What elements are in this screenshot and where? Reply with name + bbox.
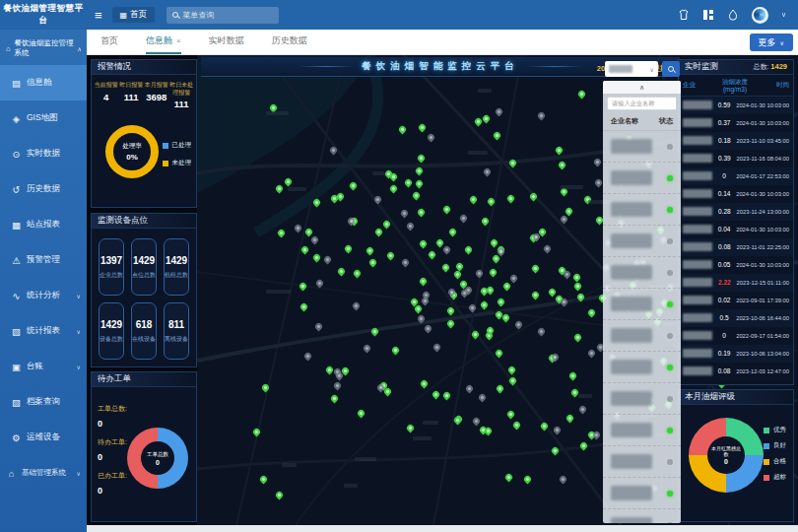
company-list-item[interactable]	[603, 163, 681, 194]
company-list-item[interactable]	[603, 415, 681, 446]
alarm-panel-title: 报警情况	[92, 60, 196, 75]
more-button[interactable]: 更多∨	[750, 33, 793, 51]
realtime-row[interactable]: 2.222023-12-15 01:11:00	[679, 274, 793, 292]
status-dot-offline	[667, 238, 673, 244]
map-icon: ◈	[11, 113, 22, 124]
sidebar-item-9[interactable]: ▨档案查询	[0, 384, 87, 420]
map-street-label	[266, 111, 289, 115]
realtime-row[interactable]: 0.372024-01-30 10:03:00	[679, 114, 793, 132]
realtime-row[interactable]: 0.082023-12-03 12:47:00	[679, 363, 793, 380]
realtime-row[interactable]: 0.052024-01-30 10:03:00	[679, 256, 793, 274]
sidebar-item-1[interactable]: ◈GIS地图	[0, 100, 87, 136]
realtime-row[interactable]: 0.392023-11-16 08:04:00	[679, 150, 793, 167]
status-dot-offline	[667, 270, 673, 276]
density-value: 0.14	[712, 190, 736, 197]
tab-2[interactable]: 实时数据	[209, 30, 244, 54]
tab-1[interactable]: 信息舱×	[146, 30, 181, 54]
system-icon: ⌂	[6, 468, 17, 479]
map-search-button[interactable]	[662, 61, 680, 77]
workorder-donut-chart: 工单总数 0	[127, 428, 188, 489]
theme-icon[interactable]	[678, 9, 690, 21]
chevron-down-icon[interactable]: ∨	[781, 11, 786, 19]
realtime-row[interactable]: 0.52023-10-06 16:44:00	[679, 309, 793, 327]
home-chip[interactable]: ▦ 首页	[112, 7, 156, 23]
company-name-redacted	[683, 154, 712, 163]
rating-donut-chart: 本月红黑榜总数 0	[689, 418, 764, 493]
realtime-row[interactable]: 0.142024-01-30 10:03:00	[679, 185, 793, 203]
company-name-redacted	[683, 207, 712, 216]
history-icon: ↺	[11, 184, 22, 195]
company-name-redacted	[683, 296, 712, 304]
sidebar-item-0[interactable]: ▤信息舱	[0, 65, 87, 100]
company-list-item[interactable]	[603, 383, 681, 415]
home-icon: ⌂	[6, 44, 11, 53]
density-value: 0.02	[712, 297, 736, 303]
close-icon[interactable]: ×	[176, 36, 181, 45]
layout-icon[interactable]	[702, 9, 714, 21]
realtime-row[interactable]: 02024-01-17 22:53:00	[679, 167, 793, 185]
timestamp: 2023-10-06 16:44:00	[736, 315, 789, 321]
dropdown-rows	[603, 131, 681, 523]
chevron-down-icon: ∨	[77, 293, 87, 299]
sidebar-item-4[interactable]: ▦站点报表	[0, 207, 87, 242]
timestamp: 2023-12-03 12:47:00	[736, 368, 789, 374]
company-list-item[interactable]	[603, 194, 681, 226]
density-value: 0.39	[712, 155, 737, 162]
sidebar-item-system[interactable]: ⌂基础管理系统∨	[0, 455, 87, 491]
realtime-row[interactable]: 02022-09-17 01:54:00	[679, 327, 793, 345]
sidebar-item-10[interactable]: ⚙运维设备	[0, 420, 87, 455]
sidebar-item-3[interactable]: ↺历史数据	[0, 171, 87, 207]
dashboard-icon: ▤	[11, 78, 22, 89]
alarm-stats: 当前报警4昨日报警111本月报警3698昨日未处理报警111	[92, 75, 196, 111]
realtime-panel-title: 实时监测	[685, 61, 718, 73]
realtime-row[interactable]: 0.042024-01-30 10:03:00	[679, 221, 793, 238]
company-name-redacted	[683, 118, 712, 127]
company-list-item[interactable]	[603, 320, 681, 352]
realtime-row[interactable]: 0.182023-11-10 03:45:00	[679, 132, 793, 150]
company-list-item[interactable]	[603, 478, 681, 509]
status-dot-online	[667, 301, 673, 307]
company-name-input[interactable]: 请输入企业名称	[607, 97, 677, 110]
density-value: 0.28	[712, 208, 737, 215]
timestamp: 2024-01-30 10:03:00	[736, 262, 789, 268]
sidebar-section-header[interactable]: ⌂ 餐饮油烟监控管理系统 ∧	[0, 30, 87, 65]
flame-icon[interactable]	[727, 9, 739, 21]
tab-3[interactable]: 历史数据	[272, 30, 307, 54]
tab-0[interactable]: 首页	[100, 30, 118, 54]
sidebar-item-2[interactable]: ⊙实时数据	[0, 136, 87, 171]
realtime-row[interactable]: 0.022023-09-01 17:39:00	[679, 292, 793, 309]
clock-icon: ⊙	[11, 149, 22, 160]
legend-item: 合格	[764, 457, 786, 466]
menu-search-input[interactable]: 菜单查询	[166, 7, 279, 24]
company-list-item[interactable]	[603, 257, 681, 289]
alarm-stat: 当前报警4	[94, 82, 119, 109]
sidebar-item-5[interactable]: ⚠预警管理	[0, 242, 87, 278]
company-list-item[interactable]	[603, 446, 681, 478]
company-list-item[interactable]	[603, 226, 681, 257]
company-list-item[interactable]	[603, 289, 681, 320]
density-value: 0.04	[712, 226, 736, 233]
company-select[interactable]: ∨	[605, 61, 658, 77]
avatar[interactable]	[752, 7, 768, 24]
alarm-stat: 昨日报警111	[119, 82, 145, 109]
timestamp: 2023-11-16 08:04:00	[737, 156, 789, 162]
sidebar-item-8[interactable]: ▣台账∨	[0, 349, 87, 384]
status-dot-offline	[667, 396, 673, 402]
realtime-row[interactable]: 0.082023-11-01 22:25:00	[679, 238, 793, 256]
company-name-redacted	[611, 297, 652, 311]
timestamp: 2024-01-30 10:03:00	[736, 191, 789, 197]
density-value: 0.37	[712, 119, 736, 126]
hamburger-menu-icon[interactable]: ≡	[95, 8, 102, 23]
legend-item: 已处理	[163, 141, 192, 150]
realtime-row[interactable]: 0.592024-01-30 10:03:00	[679, 97, 793, 114]
sidebar-item-7[interactable]: ▧统计报表∨	[0, 313, 87, 349]
alarm-stat: 本月报警3698	[144, 82, 169, 109]
collapse-caret-icon[interactable]: ∧	[603, 81, 681, 94]
realtime-row[interactable]: 0.192023-10-06 13:04:00	[679, 345, 793, 363]
sidebar-item-6[interactable]: ∿统计分析∨	[0, 278, 87, 313]
chevron-down-icon: ∨	[77, 470, 87, 477]
company-list-item[interactable]	[603, 509, 681, 523]
company-list-item[interactable]	[603, 131, 681, 163]
company-list-item[interactable]	[603, 352, 681, 383]
realtime-row[interactable]: 0.282023-11-24 13:00:00	[679, 203, 793, 221]
